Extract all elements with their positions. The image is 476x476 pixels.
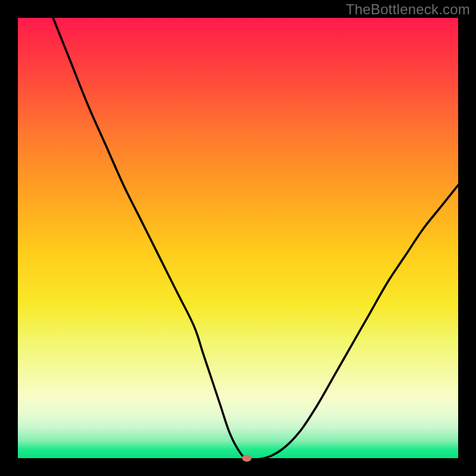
chart-frame: TheBottleneck.com <box>0 0 476 476</box>
bottleneck-curve <box>53 18 458 459</box>
optimal-point-marker <box>242 455 252 462</box>
chart-svg <box>0 0 476 476</box>
